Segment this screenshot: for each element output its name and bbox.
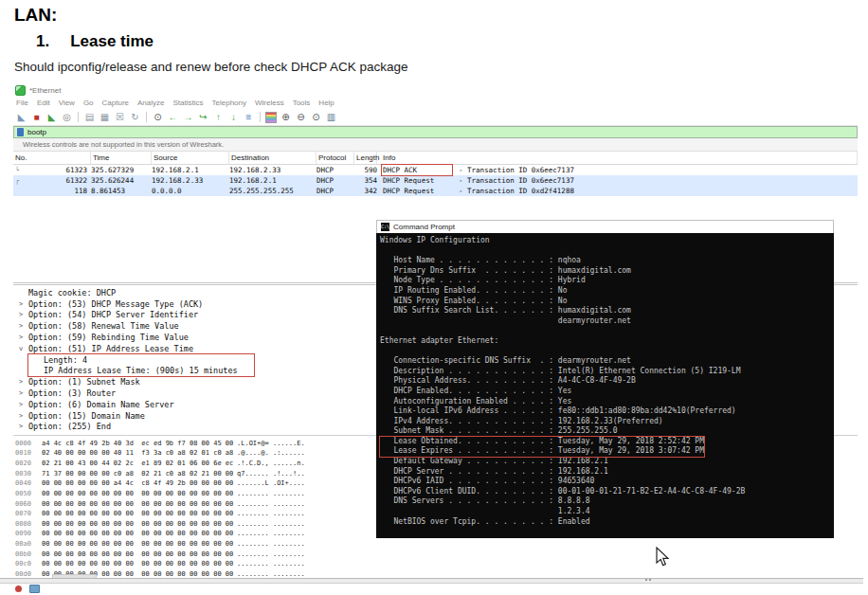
command-prompt-icon: C:\ — [381, 223, 389, 231]
column-header-protocol[interactable]: Protocol — [316, 152, 354, 164]
menu-edit[interactable]: Edit — [37, 99, 50, 107]
close-file-icon[interactable]: ☒ — [114, 111, 126, 123]
zoom-reset-icon[interactable]: ⊙ — [310, 111, 322, 123]
menu-capture[interactable]: Capture — [102, 99, 129, 107]
packet-row[interactable]: └61323325.627329192.168.2.1192.168.2.33D… — [13, 165, 858, 175]
save-file-icon[interactable]: ▦ — [99, 111, 111, 123]
collapsed-icon[interactable]: > — [13, 322, 28, 330]
section-number: 1. — [36, 32, 49, 51]
colorize-icon[interactable] — [265, 112, 277, 123]
info-type: DHCP Request — [383, 187, 451, 195]
hex-row[interactable]: 00a000 00 00 00 00 00 00 00 00 00 00 00 … — [13, 539, 858, 550]
filter-bookmark-icon[interactable] — [17, 128, 24, 136]
statusbar — [15, 585, 40, 593]
packet-list: └61323325.627329192.168.2.1192.168.2.33D… — [13, 165, 858, 196]
command-prompt-titlebar[interactable]: C:\ Command Prompt — [376, 220, 834, 233]
splitter-handle[interactable] — [645, 579, 651, 581]
reload-file-icon[interactable]: ↻ — [129, 111, 141, 123]
column-header-source[interactable]: Source — [152, 152, 229, 164]
packet-info: DHCP Request- Transaction ID 0xd2f41288 — [377, 187, 858, 195]
menu-help[interactable]: Help — [318, 99, 334, 107]
section-heading: 1. Lease time — [36, 32, 154, 51]
wireshark-window-title: *Ethernet — [29, 86, 61, 95]
zoom-out-icon[interactable]: ⊖ — [295, 111, 307, 123]
detail-line[interactable]: IP Address Lease Time: (900s) 15 minutes — [28, 366, 254, 377]
auto-scroll-icon[interactable]: ≡ — [243, 111, 255, 123]
packet-list-header: No.TimeSourceDestinationProtocolLengthIn… — [13, 152, 858, 165]
collapsed-icon[interactable]: > — [13, 401, 28, 408]
open-file-icon[interactable]: ▤ — [83, 111, 96, 123]
hex-row[interactable]: 00b000 00 00 00 00 00 00 00 00 00 00 00 … — [13, 549, 858, 559]
menu-telephony[interactable]: Telephony — [212, 99, 246, 107]
console-output[interactable]: Windows IP Configuration Host Name . . .… — [376, 233, 834, 538]
command-prompt-window: C:\ Command Prompt Windows IP Configurat… — [376, 220, 834, 538]
packet-info: DHCP Request- Transaction ID 0x6eec7137 — [377, 176, 858, 185]
wireshark-titlebar[interactable]: *Ethernet — [13, 83, 858, 97]
console-text-bottom: Default Gateway . . . . . . . . . : 192.… — [380, 457, 834, 527]
restart-capture-icon[interactable]: ◣ — [45, 111, 58, 123]
intro-text: Should ipconfig/release and renew before… — [14, 60, 408, 74]
start-capture-icon[interactable]: ◣ — [15, 111, 27, 123]
go-bottom-icon[interactable]: ↓ — [227, 111, 240, 123]
lease-highlight-box: Lease Obtained. . . . . . . . . . : Tues… — [380, 437, 704, 457]
info-type: DHCP Request — [383, 176, 451, 185]
lease-time-highlight-box: Length: 4IP Address Lease Time: (900s) 1… — [28, 354, 254, 377]
collapsed-icon[interactable]: > — [13, 334, 28, 341]
wireshark-app-icon — [15, 85, 26, 96]
capture-status-icon — [15, 586, 22, 592]
collapsed-icon[interactable]: > — [13, 378, 28, 386]
console-text-top: Windows IP Configuration Host Name . . .… — [380, 236, 834, 437]
collapsed-icon[interactable]: > — [13, 389, 28, 397]
menu-statistics[interactable]: Statistics — [173, 99, 204, 107]
display-filter-bar[interactable]: bootp — [13, 126, 858, 138]
mouse-cursor — [656, 547, 671, 568]
menu-analyze[interactable]: Analyze — [137, 99, 164, 107]
go-forward-icon[interactable]: → — [182, 111, 194, 123]
menu-tools[interactable]: Tools — [293, 99, 311, 107]
column-header-info[interactable]: Info — [377, 152, 858, 164]
packet-row[interactable]: 1188.8614530.0.0.0255.255.255.255DHCP342… — [13, 186, 858, 196]
menu-wireless[interactable]: Wireless — [255, 99, 284, 107]
column-header-no[interactable]: No. — [13, 152, 91, 164]
command-prompt-title: Command Prompt — [393, 223, 455, 231]
packet-info: DHCP ACK- Transaction ID 0x6eec7137 — [377, 166, 858, 174]
toolbar-separator — [78, 112, 79, 122]
wireshark-menubar: FileEditViewGoCaptureAnalyzeStatisticsTe… — [13, 97, 858, 109]
packet-row[interactable]: ┌61322325.626244192.168.2.33192.168.2.1D… — [13, 175, 858, 186]
wireless-notice-bar: Wireless controls are not supported in t… — [13, 138, 858, 152]
dhcp-ack-highlight: DHCP ACK — [383, 166, 451, 174]
bottom-divider — [0, 578, 863, 584]
toolbar-separator — [260, 112, 261, 122]
collapsed-icon[interactable]: > — [13, 412, 28, 420]
detail-line[interactable]: Length: 4 — [28, 354, 254, 366]
zoom-in-icon[interactable]: ⊕ — [280, 111, 292, 123]
capture-options-icon[interactable]: ◎ — [61, 111, 73, 123]
menu-view[interactable]: View — [59, 99, 75, 107]
hex-row[interactable]: 00c000 00 00 00 00 00 00 00 00 00 00 00 … — [13, 559, 858, 569]
expert-info-icon — [29, 585, 40, 593]
find-packet-icon[interactable]: ⊙ — [152, 111, 164, 123]
go-top-icon[interactable]: ↑ — [212, 111, 225, 123]
column-header-time[interactable]: Time — [91, 152, 152, 164]
collapsed-icon[interactable]: > — [13, 300, 28, 308]
menu-go[interactable]: Go — [83, 99, 94, 107]
column-header-destination[interactable]: Destination — [229, 152, 316, 164]
go-to-packet-icon[interactable]: ↪ — [197, 111, 209, 123]
stop-capture-icon[interactable]: ■ — [30, 111, 43, 123]
go-back-icon[interactable]: ← — [167, 111, 179, 123]
expanded-icon[interactable]: v — [13, 345, 28, 352]
column-header-length[interactable]: Length — [354, 152, 377, 164]
collapsed-icon[interactable]: > — [13, 311, 28, 318]
collapsed-icon[interactable]: > — [13, 423, 28, 430]
section-title: Lease time — [70, 32, 154, 51]
page-title: LAN: — [14, 5, 57, 26]
filter-input[interactable]: bootp — [27, 128, 46, 136]
resize-columns-icon[interactable]: ▥ — [325, 111, 337, 123]
wireshark-toolbar: ◣■◣◎▤▦☒↻⊙←→↪↑↓≡⊕⊖⊙▥ — [13, 109, 858, 126]
toolbar-separator — [146, 112, 147, 122]
console-text-lease: Lease Obtained. . . . . . . . . . : Tues… — [380, 437, 704, 457]
menu-file[interactable]: File — [16, 99, 28, 107]
